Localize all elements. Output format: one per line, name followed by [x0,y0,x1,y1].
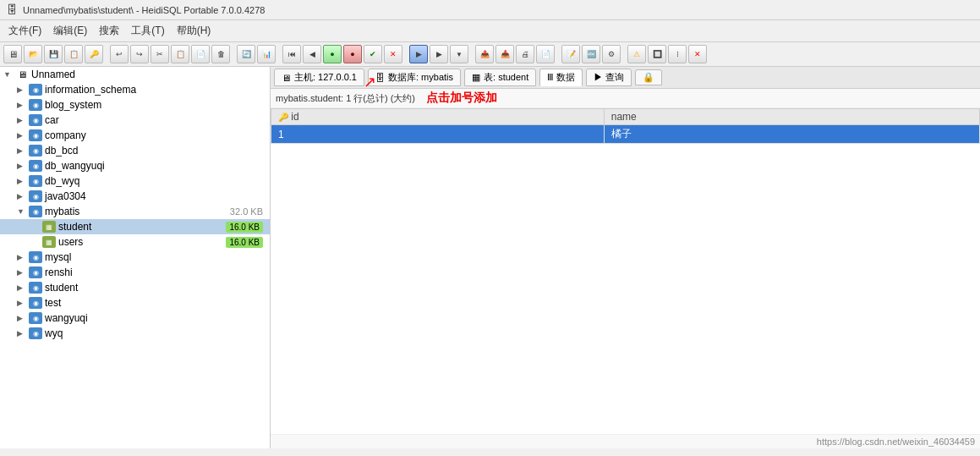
tb-first[interactable]: ⏮ [282,45,301,63]
tb-unk8[interactable]: ⚙ [602,45,621,63]
tb-unk1[interactable]: 📋 [64,45,83,63]
arrow: ▶ [17,314,29,322]
db-label: company [45,129,86,141]
db-label: db_wyq [45,175,79,187]
db-icon: ◉ [29,266,42,278]
tb-warn[interactable]: ⚠ [627,45,646,63]
sidebar-item-renshi[interactable]: ▶ ◉ renshi [0,265,270,280]
sidebar-item-blog_system[interactable]: ▶ ◉ blog_system [0,97,270,113]
tb-run-sel[interactable]: ▼ [450,45,468,63]
menu-tools[interactable]: 工具(T) [126,22,169,40]
db-label: mybatis [45,206,79,217]
menu-edit[interactable]: 编辑(E) [48,22,92,40]
table-row[interactable]: 1 橘子 [271,125,980,144]
tb-unk4[interactable]: 🖨 [516,45,534,63]
toolbar: 🖥 📂 💾 📋 🔑 ↩ ↪ ✂ 📋 📄 🗑 🔄 📊 ⏮ ◀ ● ● ✔ ✕ ▶ … [0,42,980,67]
tab-host[interactable]: 🖥 主机: 127.0.0.1 [274,69,364,86]
sidebar-item-wyq[interactable]: ▶ ◉ wyq [0,326,270,341]
tb-unk5[interactable]: 📄 [536,45,555,63]
menu-file[interactable]: 文件(F) [3,22,47,40]
db-icon: ◉ [29,297,42,309]
sidebar-item-student-db[interactable]: ▶ ◉ student [0,280,270,295]
tb-unk3[interactable]: 📊 [257,45,276,63]
tb-open[interactable]: 📂 [24,45,42,63]
tab-lock-label: 🔒 [643,72,654,83]
tb-go-green[interactable]: ● [323,45,342,63]
sidebar-item-users[interactable]: ▦ users 16.0 KB [0,234,270,250]
tb-unk2[interactable]: 🔑 [85,45,103,63]
sidebar-item-student[interactable]: ▦ student 16.0 KB [0,219,270,234]
arrow: ▶ [17,101,29,109]
tb-run[interactable]: ▶ [409,45,428,63]
sidebar-item-company[interactable]: ▶ ◉ company [0,128,270,143]
tb-export[interactable]: 📤 [475,45,494,63]
tab-query[interactable]: ▶ 查询 [586,69,632,86]
tb-refresh[interactable]: 🔄 [237,45,255,63]
status-bar: mybatis.student: 1 行(总计) (大约) 点击加号添加 ↙ [271,89,980,108]
cell-name[interactable]: 橘子 [604,125,979,144]
db-label: test [45,297,61,309]
db-label: renshi [45,266,73,278]
sidebar-item-car[interactable]: ▶ ◉ car [0,113,270,128]
arrow: ▶ [17,253,29,261]
tab-host-label: 主机: 127.0.0.1 [294,71,357,84]
tb-unk6[interactable]: 📝 [561,45,580,63]
tb-cancel[interactable]: ✕ [384,45,402,63]
db-icon: ◉ [29,99,42,111]
tb-close2[interactable]: ✕ [688,45,707,63]
sidebar-item-db_bcd[interactable]: ▶ ◉ db_bcd [0,143,270,158]
sidebar-item-mysql[interactable]: ▶ ◉ mysql [0,250,270,265]
tb-check[interactable]: ✔ [364,45,382,63]
tb-unk7[interactable]: 🔤 [582,45,600,63]
tb-prev[interactable]: ◀ [303,45,321,63]
tb-import[interactable]: 📥 [495,45,514,63]
sidebar-item-db_wangyuqi[interactable]: ▶ ◉ db_wangyuqi [0,158,270,173]
sidebar-item-mybatis[interactable]: ▼ ◉ mybatis 32.0 KB [0,204,270,219]
arrow: ▶ [17,85,29,94]
db-label: car [45,114,59,126]
tb-unk9[interactable]: 🔲 [648,45,666,63]
tab-lock[interactable]: 🔒 [635,69,662,85]
col-id: 🔑 id [271,109,605,125]
root-arrow: ▼ [3,70,15,79]
menu-help[interactable]: 帮助(H) [172,22,216,40]
db-label: mysql [45,251,71,263]
db-label: db_wangyuqi [45,160,105,172]
root-label: Unnamed [31,69,75,80]
menu-search[interactable]: 搜索 [94,22,124,40]
sidebar-item-java0304[interactable]: ▶ ◉ java0304 [0,189,270,204]
cell-id[interactable]: 1 [271,125,605,144]
tb-new[interactable]: 🖥 [3,45,22,63]
tb-redo[interactable]: ↪ [130,45,149,63]
tb-run2[interactable]: ▶ [430,45,448,63]
status-annotation: 点击加号添加 [426,91,497,104]
tb-save[interactable]: 💾 [44,45,63,63]
main-area: ▼ 🖥 Unnamed ▶ ◉ information_schema ▶ ◉ b… [0,67,980,448]
db-label: db_bcd [45,145,78,157]
tab-database[interactable]: 🗄 数据库: mybatis [368,69,461,86]
tb-cut[interactable]: ✂ [151,45,169,63]
db-icon: ◉ [29,145,42,157]
url-text: https://blog.csdn.net/weixin_46034459 [817,437,975,447]
sidebar-item-db_wyq[interactable]: ▶ ◉ db_wyq [0,173,270,189]
arrow: ▶ [17,131,29,140]
tb-stop[interactable]: ● [343,45,362,63]
arrow: ▶ [17,116,29,124]
db-icon: ◉ [29,84,42,96]
tb-undo[interactable]: ↩ [110,45,129,63]
sidebar-item-information_schema[interactable]: ▶ ◉ information_schema [0,82,270,97]
tab-table[interactable]: ▦ 表: student [464,69,536,86]
data-table: 🔑 id name 1 橘子 [271,108,980,144]
sidebar-item-wangyuqi[interactable]: ▶ ◉ wangyuqi [0,310,270,326]
sidebar-root[interactable]: ▼ 🖥 Unnamed [0,67,270,82]
title-bar: 🗄 Unnamed\mybatis\student\ - HeidiSQL Po… [0,0,980,20]
tb-paste[interactable]: 📄 [191,45,210,63]
col-name-label: name [611,111,637,123]
db-size: 32.0 KB [230,206,266,217]
db-label: blog_system [45,99,101,111]
tb-sep-btn[interactable]: ⁞ [668,45,687,63]
tb-copy[interactable]: 📋 [171,45,189,63]
tb-delete[interactable]: 🗑 [211,45,230,63]
tab-data[interactable]: Ⅲ 数据 [539,69,583,86]
sidebar-item-test[interactable]: ▶ ◉ test [0,295,270,310]
